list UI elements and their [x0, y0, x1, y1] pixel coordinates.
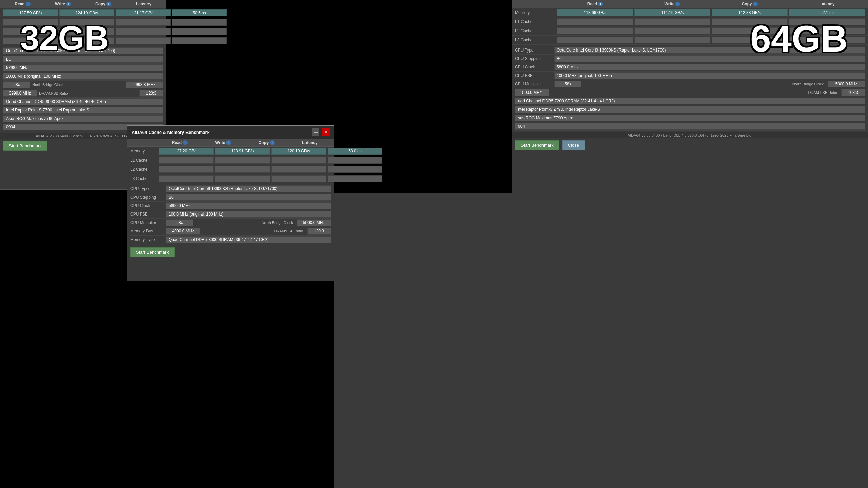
- right-write-info-icon[interactable]: i: [675, 2, 680, 6]
- left-footer-text: AIDA64 v6.88.6400 / BenchDLL 4.6.876.8-x…: [36, 134, 130, 138]
- left-memory-write[interactable]: [59, 9, 114, 16]
- left-read-label: Read: [15, 2, 24, 6]
- center-l2-latency[interactable]: [328, 166, 382, 173]
- right-nb-clock[interactable]: [828, 81, 865, 87]
- right-memory-write[interactable]: [634, 9, 710, 16]
- left-memory-copy[interactable]: [116, 9, 171, 16]
- right-l3-latency[interactable]: [789, 37, 865, 43]
- center-write-info-icon[interactable]: i: [226, 140, 231, 145]
- right-l3-read[interactable]: [557, 37, 633, 43]
- right-latency-label: Latency: [819, 2, 834, 6]
- left-write-info-icon[interactable]: i: [66, 2, 71, 6]
- right-dram-fsb[interactable]: [841, 89, 865, 96]
- center-l1-copy[interactable]: [271, 157, 326, 164]
- center-cpu-multiplier[interactable]: [166, 219, 193, 226]
- left-l2-read[interactable]: [3, 28, 58, 35]
- right-start-benchmark-button[interactable]: Start Benchmark: [515, 140, 559, 150]
- left-copy-label: Copy: [95, 2, 105, 6]
- right-l1-write[interactable]: [634, 18, 710, 25]
- left-copy-info-icon[interactable]: i: [106, 2, 111, 6]
- right-cpu-fsb: 100.0 MHz (original: 100 MHz): [554, 72, 865, 79]
- right-cpu-clock-label: CPU Clock: [515, 65, 552, 69]
- right-l1-read[interactable]: [557, 18, 633, 25]
- center-cpu-clock-label: CPU Clock: [130, 203, 164, 208]
- right-cpu-multiplier[interactable]: [554, 81, 581, 87]
- right-l3-copy[interactable]: [712, 37, 788, 43]
- window-titlebar: AIDA64 Cache & Memory Benchmark — ✕: [127, 126, 334, 139]
- center-l3-write[interactable]: [215, 175, 270, 182]
- right-read-info-icon[interactable]: i: [598, 2, 603, 6]
- black-bottom-left: [0, 190, 127, 488]
- center-l2-read[interactable]: [159, 166, 214, 173]
- left-l2-copy[interactable]: [116, 28, 171, 35]
- center-l1-write[interactable]: [215, 157, 270, 164]
- left-l3-latency[interactable]: [172, 37, 227, 44]
- right-memory-type: uad Channel DDR5-7200 SDRAM (32-41-41-41…: [515, 98, 865, 104]
- left-memory-read[interactable]: [3, 9, 58, 16]
- center-nb-clock-label: North Bridge Clock: [195, 221, 295, 225]
- center-l3-read[interactable]: [159, 175, 214, 182]
- left-l3-read[interactable]: [3, 37, 58, 44]
- left-start-benchmark-button[interactable]: Start Benchmark: [3, 141, 47, 151]
- left-l2-latency[interactable]: [172, 28, 227, 35]
- right-dram-fsb-label: DRAM:FSB Ratio: [551, 90, 839, 95]
- left-cpu-multiplier[interactable]: [3, 81, 30, 88]
- left-l1-write[interactable]: [59, 19, 114, 26]
- right-latency-header: Latency: [789, 2, 865, 6]
- left-memory-type: Quad Channel DDR5-8000 SDRAM (36-46-46-4…: [3, 98, 163, 105]
- center-copy-info-icon[interactable]: i: [270, 140, 275, 145]
- center-l2-write[interactable]: [215, 166, 270, 173]
- right-l2-latency[interactable]: [789, 27, 865, 34]
- right-board: sus ROG Maximus Z790 Apex: [515, 115, 865, 121]
- right-l3-write[interactable]: [634, 37, 710, 43]
- center-cpu-type: OctalCore Intel Core i9-13900KS (Raptor …: [166, 185, 331, 192]
- left-mem-bus[interactable]: [3, 90, 37, 97]
- center-read-info-icon[interactable]: i: [183, 140, 188, 145]
- center-l3-latency[interactable]: [328, 175, 382, 182]
- right-l1-latency[interactable]: [789, 18, 865, 25]
- center-memory-label: Memory: [130, 149, 157, 154]
- center-l3-copy[interactable]: [271, 175, 326, 182]
- window-close-button[interactable]: ✕: [322, 128, 330, 136]
- right-cpu-type: OctalCore Intel Core i9-13900KS (Raptor …: [554, 47, 865, 54]
- left-memory-latency[interactable]: [172, 9, 227, 16]
- right-l2-read[interactable]: [557, 27, 633, 34]
- right-memory-read[interactable]: [557, 9, 633, 16]
- right-memory-latency[interactable]: [789, 9, 865, 16]
- center-memory-latency[interactable]: [328, 148, 382, 155]
- left-cpu-type: OctalCore Intel Core i9-13900KS (Raptor …: [3, 47, 163, 54]
- right-memory-copy[interactable]: [712, 9, 788, 16]
- right-copy-info-icon[interactable]: i: [753, 2, 758, 6]
- left-nb-clock[interactable]: [126, 81, 163, 88]
- left-l1-copy[interactable]: [116, 19, 171, 26]
- center-write-label: Write: [215, 140, 225, 145]
- right-close-button[interactable]: Close: [562, 140, 585, 150]
- center-l1-latency[interactable]: [328, 157, 382, 164]
- minimize-button[interactable]: —: [312, 128, 319, 136]
- center-mem-bus-label: Memory Bus: [130, 229, 164, 233]
- left-read-info-icon[interactable]: i: [26, 2, 31, 6]
- center-dram-fsb[interactable]: [307, 228, 331, 235]
- right-panel-bottom: [334, 193, 868, 488]
- left-l3-write[interactable]: [59, 37, 114, 44]
- center-start-benchmark-button[interactable]: Start Benchmark: [130, 247, 175, 257]
- center-mem-bus[interactable]: [166, 228, 200, 235]
- center-memory-write[interactable]: [215, 148, 270, 155]
- center-l2-copy[interactable]: [271, 166, 326, 173]
- center-nb-clock[interactable]: [297, 219, 331, 226]
- left-dram-fsb[interactable]: [139, 90, 163, 97]
- center-cpu-stepping: B0: [166, 194, 331, 201]
- center-l1-read[interactable]: [159, 157, 214, 164]
- right-mem-bus[interactable]: [515, 89, 549, 96]
- center-dram-fsb-label: DRAM:FSB Ratio: [202, 229, 305, 233]
- left-l2-write[interactable]: [59, 28, 114, 35]
- right-l2-write[interactable]: [634, 27, 710, 34]
- center-memory-read[interactable]: [159, 148, 214, 155]
- left-l3-copy[interactable]: [116, 37, 171, 44]
- left-l1-read[interactable]: [3, 19, 58, 26]
- center-copy-header: Copy i: [245, 140, 288, 145]
- left-l1-latency[interactable]: [172, 19, 227, 26]
- right-l2-copy[interactable]: [712, 27, 788, 34]
- center-memory-copy[interactable]: [271, 148, 326, 155]
- right-l1-copy[interactable]: [712, 18, 788, 25]
